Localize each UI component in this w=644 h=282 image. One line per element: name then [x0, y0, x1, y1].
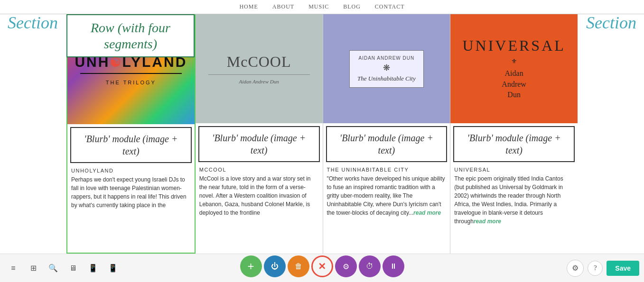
cover-mccool-bg: McCOOL Aidan Andrew Dun [196, 14, 323, 123]
segment-mccool: McCOOL Aidan Andrew Dun 'Blurb' module (… [196, 14, 323, 254]
cover-universal-author: AidanAndrewDun [502, 68, 526, 100]
book-desc-mccool: McCool is a love story and a war story s… [196, 173, 323, 218]
fab-settings-button[interactable]: ⚙ [335, 255, 357, 277]
settings-icon-btn[interactable]: ⚙ [567, 260, 584, 277]
section-label-right: Section [586, 13, 636, 33]
toolbar-tablet-icon[interactable]: 📱 [84, 260, 102, 277]
toolbar-right: ⚙ ? Save [567, 260, 639, 277]
fab-power-button[interactable]: ⏻ [264, 255, 286, 277]
fab-close-button[interactable]: ✕ [311, 255, 333, 277]
fab-trash-button[interactable]: 🗑 [288, 255, 309, 277]
book-desc-uninhabitable: "Other works have developed his unique a… [323, 173, 450, 218]
nav-blog[interactable]: BLOG [343, 3, 361, 10]
fab-add-button[interactable]: + [240, 255, 262, 277]
uninh-snowflake: ❋ [357, 63, 416, 73]
uninh-author: AIDAN ANDREW DUN [357, 55, 416, 61]
read-more-universal[interactable]: read more [474, 218, 501, 225]
cover-unholyland-subtitle: THE TRILOGY [106, 80, 156, 85]
toolbar-grid-icon[interactable]: ⊞ [25, 260, 42, 277]
book-title-mccool: MCCOOL [196, 165, 323, 173]
cover-divider [80, 73, 182, 74]
cover-universal: UNIVERSAL ⚜ AidanAndrewDun [450, 14, 578, 123]
toolbar-search-icon[interactable]: 🔍 [45, 260, 62, 277]
nav-about[interactable]: ABOUT [272, 3, 294, 10]
fab-pause-button[interactable]: ⏸ [383, 255, 404, 277]
toolbar-left: ≡ ⊞ 🔍 🖥 📱 📱 [5, 260, 121, 277]
book-desc-unholyland: Perhaps we don't expect young Israeli DJ… [67, 174, 195, 210]
book-title-universal: UNIVERSAL [450, 165, 578, 173]
toolbar-mobile-icon[interactable]: 📱 [104, 260, 121, 277]
read-more-uninhabitable[interactable]: read more [413, 209, 441, 216]
row-label-text: Row (with four segments) [91, 20, 170, 51]
book-title-uninhabitable: THE UNINHABITABLE CITY [323, 165, 450, 173]
nav-contact[interactable]: CONTACT [375, 3, 405, 10]
cover-universal-deco: ⚜ [511, 57, 517, 65]
cover-uninhabitable-bg: AIDAN ANDREW DUN ❋ The Uninhabitable Cit… [323, 14, 450, 123]
toolbar-menu-icon[interactable]: ≡ [5, 260, 22, 277]
cover-uninhabitable: AIDAN ANDREW DUN ❋ The Uninhabitable Cit… [323, 14, 450, 123]
section-label-left: Section [8, 13, 58, 33]
blurb-module-universal: 'Blurb' module (image + text) [453, 126, 575, 162]
toolbar-desktop-icon[interactable]: 🖥 [65, 260, 82, 277]
cover-universal-title: UNIVERSAL [462, 37, 565, 55]
row-label-box: Row (with four segments) [66, 14, 195, 57]
help-button[interactable]: ? [588, 261, 603, 276]
blurb-module-mccool: 'Blurb' module (image + text) [198, 126, 320, 162]
blurb-module-unholyland: 'Blurb' module (image + text) [70, 127, 192, 163]
cover-mccool-line [208, 74, 310, 75]
nav-links: HOME ABOUT MUSIC BLOG CONTACT [239, 3, 404, 10]
cover-mccool-title: McCOOL [227, 53, 291, 71]
book-desc-universal-text: The epic poem originally titled India Ca… [454, 175, 563, 225]
save-button[interactable]: Save [607, 261, 639, 276]
book-title-unholyland: UNHOLYLAND [67, 166, 195, 174]
blurb-module-uninhabitable: 'Blurb' module (image + text) [326, 126, 448, 162]
segment-universal: UNIVERSAL ⚜ AidanAndrewDun 'Blurb' modul… [450, 14, 578, 254]
floating-action-buttons: + ⏻ 🗑 ✕ ⚙ ⏱ ⏸ [240, 255, 404, 277]
uninh-box: AIDAN ANDREW DUN ❋ The Uninhabitable Cit… [349, 50, 424, 88]
uninh-title: The Uninhabitable City [357, 75, 416, 82]
nav-music[interactable]: MUSIC [308, 3, 329, 10]
segment-uninhabitable: AIDAN ANDREW DUN ❋ The Uninhabitable Cit… [323, 14, 451, 254]
nav-home[interactable]: HOME [239, 3, 258, 10]
cover-mccool: McCOOL Aidan Andrew Dun [196, 14, 323, 123]
book-desc-universal: The epic poem originally titled India Ca… [450, 173, 578, 227]
cover-universal-bg: UNIVERSAL ⚜ AidanAndrewDun [450, 14, 578, 123]
top-nav: HOME ABOUT MUSIC BLOG CONTACT [0, 0, 644, 14]
bottom-toolbar: ≡ ⊞ 🔍 🖥 📱 📱 + ⏻ 🗑 ✕ ⚙ ⏱ ⏸ ⚙ ? Save [0, 254, 644, 282]
cover-mccool-author: Aidan Andrew Dun [239, 79, 279, 84]
fab-timer-button[interactable]: ⏱ [359, 255, 381, 277]
